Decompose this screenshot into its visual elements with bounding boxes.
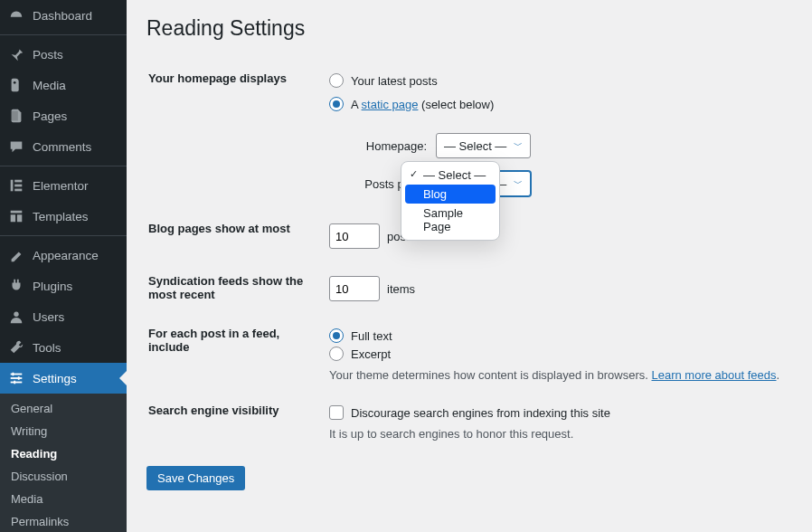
pin-icon — [7, 45, 25, 63]
sidebar-item-label: Comments — [33, 140, 91, 154]
sidebar-item-label: Tools — [33, 341, 61, 355]
sidebar-item-label: Media — [33, 79, 66, 92]
radio-latest-posts-label: Your latest posts — [351, 74, 438, 88]
content-area: Reading Settings Your homepage displays … — [127, 0, 812, 532]
radio-excerpt-label: Excerpt — [351, 347, 391, 361]
dropdown-option[interactable]: Blog — [405, 185, 496, 204]
static-page-link[interactable]: static page — [362, 98, 419, 111]
input-blog-pages[interactable] — [329, 223, 380, 249]
submenu-item-media[interactable]: Media — [0, 488, 127, 510]
sidebar-item-users[interactable]: Users — [0, 301, 127, 332]
tools-icon — [7, 338, 25, 356]
svg-rect-3 — [14, 180, 22, 183]
sidebar-item-plugins[interactable]: Plugins — [0, 271, 127, 301]
svg-point-0 — [14, 81, 16, 84]
sidebar-item-label: Posts — [33, 48, 63, 62]
pages-icon — [7, 107, 25, 125]
svg-rect-12 — [14, 381, 15, 385]
sidebar-item-pages[interactable]: Pages — [0, 100, 127, 131]
checkbox-discourage[interactable] — [329, 405, 344, 420]
label-blog-pages: Blog pages show at most — [148, 211, 327, 261]
sidebar-item-templates[interactable]: Templates — [0, 201, 127, 232]
chevron-down-icon: ﹀ — [514, 139, 523, 152]
sidebar-item-media[interactable]: Media — [0, 70, 127, 100]
feed-description: Your theme determines how content is dis… — [329, 368, 790, 382]
radio-excerpt[interactable] — [329, 347, 344, 361]
svg-rect-10 — [13, 373, 14, 376]
radio-static-page-label: A static page (select below) — [351, 98, 494, 111]
sidebar-item-label: Settings — [33, 372, 77, 385]
settings-submenu: GeneralWritingReadingDiscussionMediaPerm… — [0, 394, 127, 532]
submenu-item-writing[interactable]: Writing — [0, 420, 127, 442]
sidebar-item-label: Plugins — [33, 280, 72, 293]
dropdown-option[interactable]: Sample Page — [405, 204, 496, 236]
input-syndication[interactable] — [329, 276, 380, 301]
dropdown-option[interactable]: — Select — — [405, 166, 496, 185]
label-search-engine: Search engine visibility — [148, 393, 327, 450]
radio-full-text-label: Full text — [351, 329, 392, 343]
submenu-item-general[interactable]: General — [0, 397, 127, 420]
svg-rect-8 — [11, 377, 23, 379]
svg-rect-9 — [11, 382, 23, 384]
appearance-icon — [7, 246, 25, 264]
sidebar-item-label: Elementor — [33, 179, 89, 193]
svg-rect-5 — [14, 189, 22, 192]
label-homepage: Homepage: — [345, 139, 427, 153]
admin-sidebar: Dashboard Posts Media Pages Comments Ele… — [0, 0, 127, 532]
sidebar-item-label: Templates — [33, 210, 89, 223]
svg-rect-11 — [18, 376, 20, 380]
sidebar-item-label: Dashboard — [33, 9, 92, 23]
sidebar-item-dashboard[interactable]: Dashboard — [0, 0, 127, 31]
submenu-item-permalinks[interactable]: Permalinks — [0, 510, 127, 532]
radio-full-text[interactable] — [329, 328, 344, 343]
svg-rect-4 — [14, 185, 22, 187]
elementor-icon — [7, 176, 25, 195]
page-title: Reading Settings — [146, 16, 792, 41]
media-icon — [7, 76, 25, 94]
sidebar-item-appearance[interactable]: Appearance — [0, 240, 127, 271]
sidebar-item-label: Pages — [33, 109, 67, 123]
sidebar-item-posts[interactable]: Posts — [0, 39, 127, 70]
svg-rect-2 — [11, 180, 14, 192]
sidebar-item-label: Users — [33, 310, 64, 324]
radio-latest-posts[interactable] — [329, 73, 344, 88]
settings-form: Your homepage displays Your latest posts… — [146, 59, 792, 451]
sidebar-item-label: Appearance — [33, 249, 99, 262]
submenu-item-discussion[interactable]: Discussion — [0, 465, 127, 488]
user-icon — [7, 308, 25, 326]
label-feed-include: For each post in a feed, include — [148, 316, 327, 391]
learn-more-feeds-link[interactable]: Learn more about feeds — [651, 368, 776, 382]
templates-icon — [7, 207, 25, 225]
sidebar-item-tools[interactable]: Tools — [0, 332, 127, 363]
sidebar-item-comments[interactable]: Comments — [0, 131, 127, 162]
plugin-icon — [7, 277, 25, 295]
sidebar-item-settings[interactable]: Settings — [0, 363, 127, 394]
svg-rect-1 — [12, 111, 18, 121]
save-button[interactable]: Save Changes — [146, 466, 245, 490]
select-homepage[interactable]: — Select — ﹀ — [436, 133, 531, 158]
checkbox-discourage-label: Discourage search engines from indexing … — [351, 406, 610, 420]
dashboard-icon — [7, 6, 25, 24]
submenu-item-reading[interactable]: Reading — [0, 442, 127, 465]
sidebar-item-elementor[interactable]: Elementor — [0, 170, 127, 201]
comment-icon — [7, 138, 25, 156]
radio-static-page[interactable] — [329, 97, 344, 111]
search-engine-desc: It is up to search engines to honor this… — [329, 427, 790, 441]
posts-page-dropdown[interactable]: — Select —BlogSample Page — [401, 161, 500, 241]
label-homepage-displays: Your homepage displays — [148, 61, 327, 209]
chevron-down-icon: ﹀ — [514, 177, 523, 190]
svg-point-6 — [14, 312, 18, 317]
settings-icon — [7, 369, 25, 387]
unit-items: items — [387, 282, 415, 296]
label-syndication: Syndication feeds show the most recent — [148, 263, 327, 314]
